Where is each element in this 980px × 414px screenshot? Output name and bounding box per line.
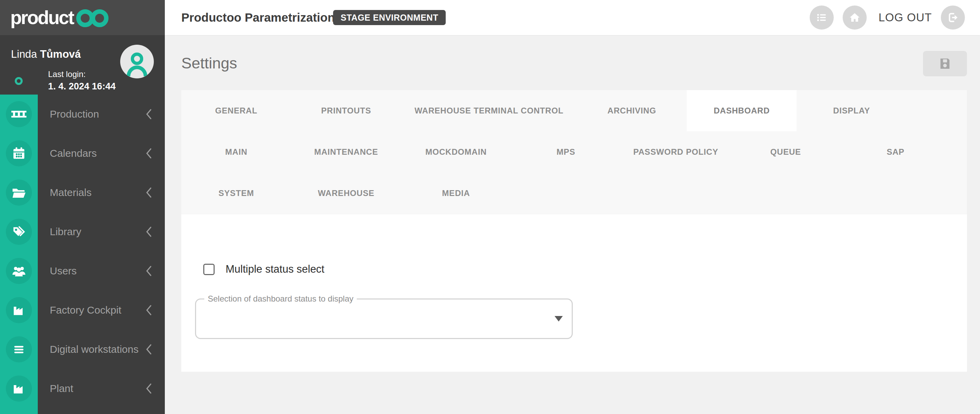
- sidebar-item-library[interactable]: Library: [0, 212, 165, 251]
- logo-text: product: [10, 8, 73, 27]
- tab-queue[interactable]: QUEUE: [731, 131, 841, 173]
- online-status-icon: [15, 77, 23, 85]
- multiple-status-select-checkbox[interactable]: [203, 264, 215, 275]
- sidebar-item-label: Digital workstations: [50, 330, 138, 369]
- tab-warehouse[interactable]: WAREHOUSE: [291, 173, 401, 214]
- factory-icon: [6, 297, 32, 323]
- chevron-left-icon: [146, 344, 153, 356]
- conveyor-icon: [6, 101, 32, 127]
- tab-display[interactable]: DISPLAY: [797, 90, 907, 131]
- sidebar-item-label: Plant: [50, 369, 73, 408]
- tab-sap[interactable]: SAP: [841, 131, 950, 173]
- chevron-left-icon: [146, 383, 153, 395]
- tab-warehouse-terminal-control[interactable]: WAREHOUSE TERMINAL CONTROL: [401, 90, 577, 131]
- list-icon: [816, 12, 827, 23]
- users-icon: [6, 258, 32, 284]
- sidebar-item-label: Production: [50, 94, 99, 134]
- last-login: Last login: 1. 4. 2024 16:44: [48, 69, 116, 92]
- app-window: product Linda Tůmová Last login: 1. 4. 2…: [0, 0, 980, 414]
- sidebar: product Linda Tůmová Last login: 1. 4. 2…: [0, 0, 165, 414]
- dashboard-status-select[interactable]: Selection of dashboard status to display: [195, 299, 573, 339]
- sidebar-item-plant[interactable]: Plant: [0, 369, 165, 408]
- folder-open-icon: [6, 179, 32, 206]
- sidebar-item-users[interactable]: Users: [0, 251, 165, 291]
- tab-printouts[interactable]: PRINTOUTS: [291, 90, 401, 131]
- list-button[interactable]: [810, 5, 834, 30]
- tab-mockdomain[interactable]: MOCKDOMAIN: [401, 131, 511, 173]
- multiple-status-select-row: Multiple status select: [203, 263, 325, 275]
- floppy-disk-icon: [938, 56, 952, 71]
- person-icon: [125, 50, 149, 76]
- tab-general[interactable]: GENERAL: [181, 90, 291, 131]
- sidebar-item-materials[interactable]: Materials: [0, 173, 165, 212]
- sign-out-icon: [947, 11, 959, 24]
- header-actions: LOG OUT: [810, 0, 965, 35]
- sidebar-item-digital-workstations[interactable]: Digital workstations: [0, 330, 165, 369]
- sidebar-item-label: Materials: [50, 173, 92, 212]
- sidebar-item-factory-cockpit[interactable]: Factory Cockpit: [0, 291, 165, 330]
- sign-out-button[interactable]: [941, 5, 965, 30]
- tab-archiving[interactable]: ARCHIVING: [577, 90, 687, 131]
- logo-infinity-icon: [76, 9, 108, 27]
- logo-strip: product: [0, 0, 165, 35]
- tab-media[interactable]: MEDIA: [401, 173, 511, 214]
- checkbox-label: Multiple status select: [226, 263, 325, 275]
- settings-tabs: GENERAL PRINTOUTS WAREHOUSE TERMINAL CON…: [181, 90, 967, 214]
- sidebar-item-calendars[interactable]: Calendars: [0, 134, 165, 173]
- home-button[interactable]: [843, 5, 867, 30]
- chevron-left-icon: [146, 305, 153, 317]
- app-title: Productoo Parametrization: [181, 0, 335, 35]
- sidebar-item-label: Users: [50, 251, 76, 291]
- tags-icon: [6, 219, 32, 245]
- user-first-name: Linda: [11, 48, 37, 60]
- dropdown-caret-icon: [555, 316, 563, 321]
- lines-icon: [6, 336, 32, 363]
- tab-maintenance[interactable]: MAINTENANCE: [291, 131, 401, 173]
- chevron-left-icon: [146, 109, 153, 121]
- last-login-value: 1. 4. 2024 16:44: [48, 81, 116, 92]
- calendar-icon: [6, 140, 32, 166]
- dashboard-settings-panel: Multiple status select Selection of dash…: [181, 214, 967, 372]
- select-label: Selection of dashboard status to display: [204, 294, 357, 304]
- last-login-label: Last login:: [48, 69, 116, 79]
- chevron-left-icon: [146, 187, 153, 200]
- chevron-left-icon: [146, 148, 153, 160]
- tab-mps[interactable]: MPS: [511, 131, 621, 173]
- sidebar-item-label: Library: [50, 212, 81, 251]
- top-header: Productoo Parametrization STAGE ENVIRONM…: [165, 0, 980, 35]
- sidebar-item-label: Calendars: [50, 134, 97, 173]
- sidebar-item-production[interactable]: Production: [0, 94, 165, 134]
- user-name: Linda Tůmová: [11, 48, 81, 61]
- tab-dashboard[interactable]: DASHBOARD: [687, 90, 797, 131]
- tab-password-policy[interactable]: PASSWORD POLICY: [621, 131, 731, 173]
- environment-badge: STAGE ENVIRONMENT: [333, 10, 446, 25]
- productoo-logo: product: [10, 8, 108, 27]
- sidebar-menu: Production Calendars Materials: [0, 94, 165, 414]
- chevron-left-icon: [146, 265, 153, 278]
- user-last-name: Tůmová: [40, 48, 81, 60]
- page-title: Settings: [181, 54, 237, 72]
- tab-main[interactable]: MAIN: [181, 131, 291, 173]
- save-button[interactable]: [923, 51, 967, 76]
- sidebar-item-label: Factory Cockpit: [50, 291, 121, 330]
- logout-button[interactable]: LOG OUT: [878, 11, 932, 24]
- user-panel: Linda Tůmová Last login: 1. 4. 2024 16:4…: [0, 35, 165, 94]
- home-icon: [848, 11, 861, 24]
- tab-system[interactable]: SYSTEM: [181, 173, 291, 214]
- avatar: [120, 45, 154, 78]
- factory-icon: [6, 376, 32, 401]
- chevron-left-icon: [146, 226, 153, 239]
